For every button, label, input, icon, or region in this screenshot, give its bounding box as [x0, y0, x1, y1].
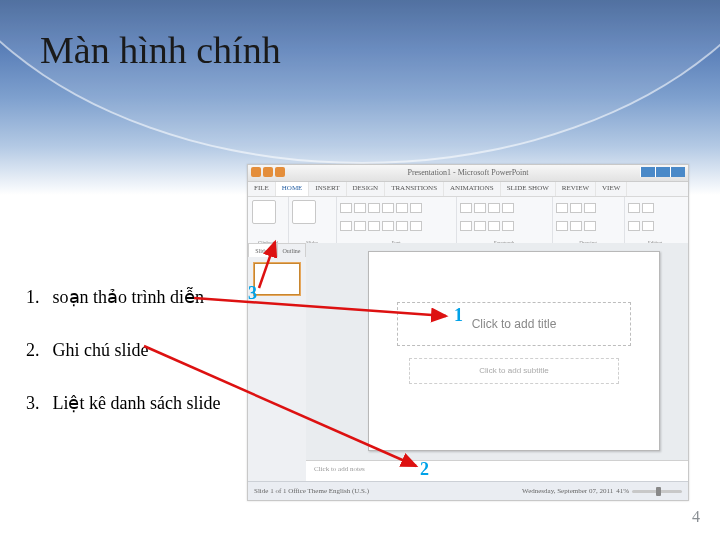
powerpoint-screenshot: Presentation1 - Microsoft PowerPoint FIL…: [247, 164, 689, 501]
zoom-control: Wednesday, September 07, 2011 41%: [522, 487, 682, 495]
ribbon: Clipboard Slides Font Paragraph Drawing …: [248, 197, 688, 246]
slide-canvas: Click to add title Click to add subtitle: [368, 251, 660, 451]
page-title: Màn hình chính: [40, 28, 281, 72]
title-placeholder: Click to add title: [397, 302, 631, 346]
subtitle-placeholder: Click to add subtitle: [409, 358, 619, 384]
legend-item-2: 2. Ghi chú slide: [26, 338, 220, 363]
window-controls: [640, 167, 685, 177]
callout-2: 2: [420, 459, 429, 480]
slide-thumbnail: [254, 263, 300, 295]
notes-pane: Click to add notes: [306, 460, 688, 482]
page-number: 4: [692, 508, 700, 526]
legend-item-1: 1. soạn thảo trình diễn: [26, 285, 220, 310]
quick-access-toolbar: [251, 167, 285, 177]
legend-list: 1. soạn thảo trình diễn 2. Ghi chú slide…: [26, 285, 220, 445]
window-titlebar: Presentation1 - Microsoft PowerPoint: [248, 165, 688, 182]
legend-item-3: 3. Liệt kê danh sách slide: [26, 391, 220, 416]
slide-canvas-area: Click to add title Click to add subtitle: [306, 243, 688, 460]
decorative-arc: [0, 0, 720, 164]
ribbon-tabs: FILE HOME INSERT DESIGN TRANSITIONS ANIM…: [248, 182, 688, 197]
callout-1: 1: [454, 305, 463, 326]
callout-3: 3: [248, 283, 257, 304]
slide-panel: Slides Outline: [248, 243, 307, 482]
status-bar: Slide 1 of 1 Office Theme English (U.S.)…: [248, 481, 688, 500]
